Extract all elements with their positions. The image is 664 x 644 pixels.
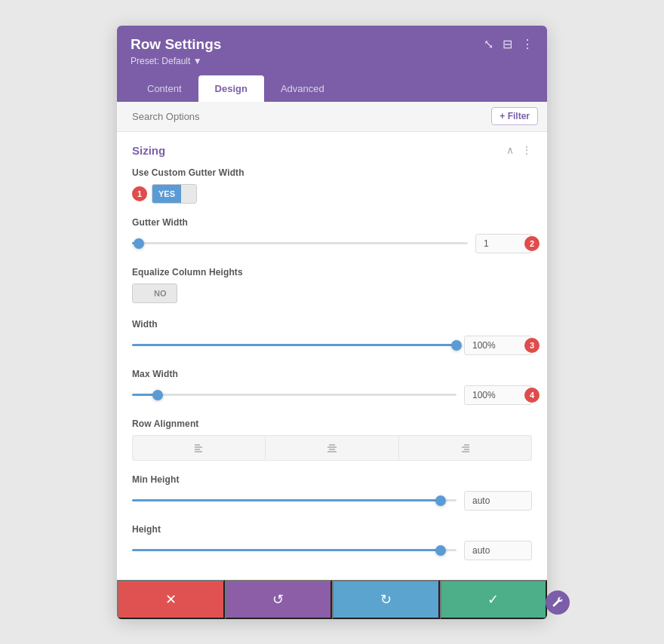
tab-advanced[interactable]: Advanced [264, 75, 341, 102]
row-alignment-label: Row Alignment [132, 419, 532, 429]
width-row: Width 100% 3 [132, 319, 532, 355]
more-options-icon[interactable]: ⋮ [521, 37, 533, 51]
toggle-no-pill [181, 185, 196, 203]
align-right-button[interactable] [399, 435, 532, 461]
align-center-button[interactable] [266, 435, 398, 461]
collapse-icon[interactable]: ∧ [506, 144, 514, 156]
cancel-icon: ✕ [165, 591, 177, 608]
align-center-icon [326, 442, 338, 454]
search-bar: + Filter [117, 102, 547, 132]
expand-icon[interactable]: ⤡ [484, 37, 493, 51]
height-value[interactable]: auto [464, 541, 532, 560]
row-alignment-row: Row Alignment [132, 419, 532, 461]
filter-button[interactable]: + Filter [491, 107, 538, 125]
width-label: Width [132, 319, 532, 330]
tab-content[interactable]: Content [131, 75, 198, 102]
align-left-button[interactable] [132, 435, 266, 461]
reset-icon: ↺ [272, 591, 284, 608]
badge-1: 1 [132, 186, 147, 201]
save-button[interactable]: ✓ [440, 580, 548, 619]
min-height-label: Min Height [132, 474, 532, 485]
wrench-icon [552, 596, 564, 609]
gutter-width-input-wrap: 1 2 [475, 234, 532, 253]
custom-gutter-toggle[interactable]: YES [152, 184, 197, 204]
header-icons: ⤡ ⊟ ⋮ [484, 37, 533, 51]
toggle-yes-label[interactable]: YES [152, 185, 181, 203]
badge-4: 4 [524, 388, 540, 403]
equalize-heights-label: Equalize Column Heights [132, 267, 532, 278]
align-right-icon [459, 442, 471, 454]
custom-gutter-row: Use Custom Gutter Width 1 YES [132, 167, 532, 204]
min-height-slider-row: auto [132, 491, 532, 511]
max-width-value[interactable]: 100% [464, 385, 532, 405]
reset-button[interactable]: ↺ [225, 580, 333, 619]
panel-header: Row Settings ⤡ ⊟ ⋮ Preset: Default ▼ Con… [117, 26, 547, 102]
custom-gutter-toggle-row: 1 YES [132, 184, 532, 204]
row-alignment-buttons [132, 435, 532, 461]
panel-title: Row Settings [131, 36, 221, 53]
gutter-width-value[interactable]: 1 [475, 234, 532, 253]
gutter-width-row: Gutter Width 1 2 [132, 217, 532, 253]
badge-3: 3 [524, 338, 540, 353]
tab-design[interactable]: Design [198, 75, 264, 102]
cancel-button[interactable]: ✕ [117, 580, 225, 619]
redo-icon: ↻ [380, 591, 392, 608]
settings-fab-icon[interactable] [546, 590, 570, 615]
min-height-slider[interactable] [132, 494, 456, 508]
equalize-heights-row: Equalize Column Heights NO [132, 267, 532, 305]
preset-label[interactable]: Preset: Default ▼ [131, 56, 533, 66]
columns-icon[interactable]: ⊟ [503, 37, 512, 51]
badge-2: 2 [524, 236, 540, 251]
toggle-off-pill [133, 284, 149, 302]
gutter-width-slider-row: 1 2 [132, 234, 532, 253]
sizing-section: Sizing ∧ ⋮ Use Custom Gutter Width 1 YES [117, 132, 547, 580]
max-width-label: Max Width [132, 369, 532, 379]
gutter-width-slider[interactable] [132, 237, 468, 250]
min-height-value[interactable]: auto [464, 491, 532, 511]
panel-content: Sizing ∧ ⋮ Use Custom Gutter Width 1 YES [117, 132, 547, 580]
tabs: Content Design Advanced [131, 75, 533, 102]
search-input[interactable] [126, 102, 491, 131]
align-left-icon [193, 442, 205, 454]
max-width-row: Max Width 100% 4 [132, 369, 532, 405]
save-icon: ✓ [487, 591, 499, 608]
gutter-width-label: Gutter Width [132, 217, 532, 228]
section-more-icon[interactable]: ⋮ [521, 144, 532, 156]
width-value[interactable]: 100% [464, 336, 532, 355]
section-title: Sizing [132, 144, 165, 157]
height-slider-row: auto [132, 541, 532, 560]
height-slider[interactable] [132, 544, 456, 557]
section-header: Sizing ∧ ⋮ [132, 144, 532, 157]
height-row: Height auto [132, 524, 532, 560]
row-settings-panel: Row Settings ⤡ ⊟ ⋮ Preset: Default ▼ Con… [117, 26, 547, 619]
max-width-slider-row: 100% 4 [132, 385, 532, 405]
width-input-wrap: 100% 3 [464, 336, 532, 355]
width-slider-row: 100% 3 [132, 336, 532, 355]
panel-footer: ✕ ↺ ↻ ✓ [117, 580, 547, 619]
width-slider[interactable] [132, 339, 456, 352]
height-label: Height [132, 524, 532, 535]
equalize-heights-toggle[interactable]: NO [132, 284, 177, 303]
toggle-no-label: NO [149, 289, 171, 298]
min-height-row: Min Height auto [132, 474, 532, 511]
max-width-input-wrap: 100% 4 [464, 385, 532, 405]
section-controls: ∧ ⋮ [506, 144, 532, 156]
max-width-slider[interactable] [132, 388, 456, 402]
custom-gutter-label: Use Custom Gutter Width [132, 167, 532, 178]
redo-button[interactable]: ↻ [332, 580, 440, 619]
